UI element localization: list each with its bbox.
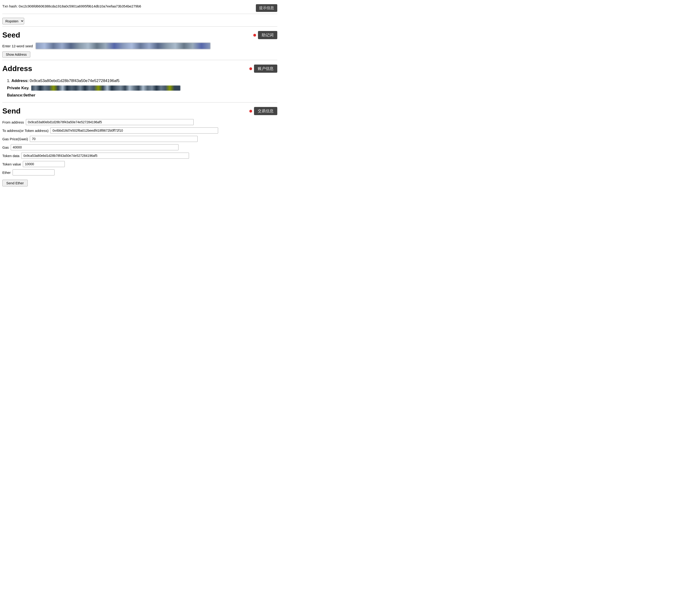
send-section-title: Send [2,107,21,115]
network-select[interactable]: Ropsten Mainnet Rinkeby [2,18,24,24]
ether-row: Ether [2,169,277,175]
balance-label: Balance: [7,93,24,97]
ether-label: Ether [2,171,11,175]
private-key-line: Private Key. [7,85,273,91]
show-address-button[interactable]: Show Address [2,51,30,57]
seed-red-dot [253,34,256,36]
address-value: 0x9ca53a80ebd1d28b78f43a50e74e527284196a… [30,78,120,83]
address-section-title: Address [2,64,32,73]
network-row: Ropsten Mainnet Rinkeby [2,16,277,27]
seed-input-label: Enter 12-word seed [2,44,33,48]
token-data-row: Token data [2,153,277,159]
token-data-input[interactable] [21,153,189,159]
balance-value: 0ether [24,93,35,97]
seed-section-title: Seed [2,31,20,40]
txn-hash-badge: 提示信息 [256,4,277,12]
balance-line: Balance:0ether [7,93,273,98]
txn-hash-bar: Txn hash: 0xc2c906fd6606388cda1918a0c590… [2,2,277,14]
token-value-input[interactable] [23,161,65,167]
address-red-dot [249,67,252,70]
from-address-label: From address [2,120,24,124]
gas-input[interactable] [11,144,178,150]
to-address-row: To address(or Token address) [2,127,277,133]
txn-hash-value: 0xc2c906fd6606388cda1918a0c5901a6995f9b1… [19,4,141,8]
private-key-label: Private Key. [7,86,29,91]
txn-hash-label: Txn hash: [2,4,18,8]
seed-badge-area: 助记词 [253,31,277,39]
send-section-header: Send 交易信息 [2,107,277,115]
gas-row: Gas [2,144,277,150]
address-badge-area: 账户信息 [249,65,277,73]
gas-label: Gas [2,145,9,149]
to-address-input[interactable] [50,127,218,133]
send-ether-button[interactable]: Send Ether [2,180,28,186]
seed-section-header: Seed 助记词 [2,31,277,40]
to-address-label: To address(or Token address) [2,129,48,133]
from-address-row: From address [2,119,277,125]
address-index: 1. [7,78,10,83]
address-label: Address: [11,78,29,83]
send-badge: 交易信息 [254,107,277,115]
from-address-input[interactable] [26,119,194,125]
seed-input-row: Enter 12-word seed [2,43,277,49]
gas-price-row: Gas Price(Gwei) [2,136,277,142]
send-badge-area: 交易信息 [249,107,277,115]
seed-section: Seed 助记词 Enter 12-word seed Show Address [2,27,277,60]
address-line: 1. Address: 0x9ca53a80ebd1d28b78f43a50e7… [7,78,273,83]
seed-badge: 助记词 [258,31,277,39]
address-section-header: Address 账户信息 [2,64,277,73]
send-section: Send 交易信息 From address To address(or Tok… [2,103,277,190]
token-value-row: Token value [2,161,277,167]
seed-input-blurred-display [36,43,210,49]
address-badge: 账户信息 [254,65,277,73]
gas-price-label: Gas Price(Gwei) [2,137,28,141]
txn-hash-text: Txn hash: 0xc2c906fd6606388cda1918a0c590… [2,4,253,8]
token-value-label: Token value [2,162,21,166]
address-section: Address 账户信息 1. Address: 0x9ca53a80ebd1d… [2,60,277,103]
token-data-label: Token data [2,154,19,158]
ether-input[interactable] [12,169,54,175]
send-red-dot [249,110,252,112]
gas-price-input[interactable] [30,136,198,142]
private-key-blurred [31,85,180,91]
address-entry: 1. Address: 0x9ca53a80ebd1d28b78f43a50e7… [2,76,277,100]
